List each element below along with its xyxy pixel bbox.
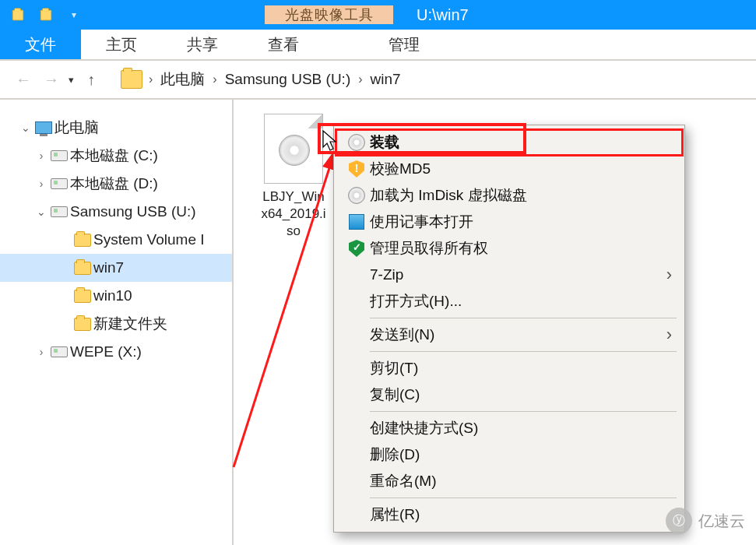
expand-icon[interactable]: › xyxy=(34,178,48,190)
menu-label: 校验MD5 xyxy=(370,159,672,179)
explorer-icon xyxy=(11,8,25,22)
shield-warning-icon xyxy=(349,160,364,178)
collapse-icon[interactable]: ⌄ xyxy=(34,206,48,218)
menu-label: 属性(R) xyxy=(370,505,672,525)
disc-icon xyxy=(348,134,365,151)
tree-label: System Volume I xyxy=(93,231,205,248)
menu-send-to[interactable]: 发送到(N) › xyxy=(336,322,683,348)
breadcrumb-sep[interactable]: › xyxy=(355,72,365,86)
folder-icon xyxy=(74,262,91,275)
expand-icon[interactable]: › xyxy=(34,149,48,162)
tree-label: Samsung USB (U:) xyxy=(70,203,196,220)
menu-label: 7-Zip xyxy=(370,266,659,283)
tree-this-pc[interactable]: ⌄ 此电脑 xyxy=(0,114,232,142)
menu-md5[interactable]: 校验MD5 xyxy=(336,156,683,182)
menu-rename[interactable]: 重命名(M) xyxy=(336,468,683,494)
tree-label: win7 xyxy=(93,259,124,276)
breadcrumb-this-pc[interactable]: 此电脑 xyxy=(156,69,209,90)
tree-folder-win7[interactable]: win7 xyxy=(0,254,232,282)
nav-up-button[interactable]: ↑ xyxy=(77,65,105,93)
folder-icon xyxy=(74,290,91,303)
tree-label: 新建文件夹 xyxy=(93,314,167,334)
menu-properties[interactable]: 属性(R) xyxy=(336,501,683,528)
menu-cut[interactable]: 剪切(T) xyxy=(336,355,683,382)
disk-icon xyxy=(51,346,68,357)
menu-copy[interactable]: 复制(C) xyxy=(336,382,683,408)
folder-icon xyxy=(74,318,91,331)
address-bar: ← → ▾ ↑ › 此电脑 › Samsung USB (U:) › win7 xyxy=(0,61,756,100)
menu-label: 剪切(T) xyxy=(370,358,672,378)
tree-folder-new[interactable]: 新建文件夹 xyxy=(0,310,232,338)
tab-share[interactable]: 共享 xyxy=(162,30,243,59)
menu-admin-ownership[interactable]: 管理员取得所有权 xyxy=(336,235,683,262)
tree-drive-x[interactable]: › WEPE (X:) xyxy=(0,338,232,366)
menu-label: 使用记事本打开 xyxy=(370,212,672,232)
address-folder-icon xyxy=(121,70,142,89)
menu-open-with[interactable]: 打开方式(H)... xyxy=(336,288,683,315)
disk-icon xyxy=(51,150,68,161)
menu-separator xyxy=(370,318,677,318)
menu-label: 管理员取得所有权 xyxy=(370,238,672,258)
menu-separator xyxy=(370,411,677,412)
submenu-arrow-icon: › xyxy=(659,265,672,285)
tab-file[interactable]: 文件 xyxy=(0,30,81,59)
disk-icon xyxy=(51,178,68,189)
menu-separator xyxy=(370,498,677,498)
menu-label: 发送到(N) xyxy=(370,325,659,345)
nav-back-button[interactable]: ← xyxy=(9,65,37,93)
context-menu: 装载 校验MD5 加载为 ImDisk 虚拟磁盘 使用记事本打开 管理员取得所有… xyxy=(333,125,685,533)
breadcrumb-drive[interactable]: Samsung USB (U:) xyxy=(220,71,356,88)
shield-check-icon xyxy=(349,240,364,257)
tree-folder-win10[interactable]: win10 xyxy=(0,282,232,310)
menu-label: 重命名(M) xyxy=(370,471,672,491)
menu-imdisk[interactable]: 加载为 ImDisk 虚拟磁盘 xyxy=(336,182,683,209)
context-tab-disc-image-tools: 光盘映像工具 xyxy=(265,5,393,24)
nav-forward-button[interactable]: → xyxy=(37,65,65,93)
menu-label: 加载为 ImDisk 虚拟磁盘 xyxy=(370,185,672,206)
menu-delete[interactable]: 删除(D) xyxy=(336,441,683,468)
tree-label: 本地磁盘 (C:) xyxy=(70,146,158,166)
watermark-logo-icon: ⓨ xyxy=(666,508,692,534)
submenu-arrow-icon: › xyxy=(659,325,672,345)
tree-label: 此电脑 xyxy=(55,118,99,138)
expand-icon[interactable]: › xyxy=(34,346,48,358)
menu-notepad[interactable]: 使用记事本打开 xyxy=(336,209,683,235)
tab-view[interactable]: 查看 xyxy=(243,30,324,59)
notepad-icon xyxy=(349,214,364,230)
tree-folder-svi[interactable]: System Volume I xyxy=(0,226,232,254)
menu-label: 创建快捷方式(S) xyxy=(370,418,672,438)
disk-icon xyxy=(51,206,68,217)
menu-label: 删除(D) xyxy=(370,445,672,465)
tree-label: win10 xyxy=(93,287,132,304)
quick-access-toolbar: ▾ xyxy=(0,8,92,22)
watermark: ⓨ 亿速云 xyxy=(666,508,745,534)
navigation-pane: ⌄ 此电脑 › 本地磁盘 (C:) › 本地磁盘 (D:) ⌄ Samsung … xyxy=(0,100,234,545)
breadcrumb-sep[interactable]: › xyxy=(209,72,220,86)
recent-locations-icon[interactable]: ▾ xyxy=(65,74,77,86)
title-bar: ▾ 光盘映像工具 U:\win7 xyxy=(0,0,756,30)
qat-dropdown-icon[interactable]: ▾ xyxy=(67,8,81,22)
ribbon-tabs: 文件 主页 共享 查看 管理 xyxy=(0,30,756,61)
window-title: U:\win7 xyxy=(393,6,469,24)
pc-icon xyxy=(35,121,52,134)
menu-label: 装载 xyxy=(370,132,672,153)
menu-mount[interactable]: 装载 xyxy=(336,129,683,156)
breadcrumb-sep[interactable]: › xyxy=(146,72,156,86)
iso-file-icon xyxy=(264,114,323,184)
folder-icon xyxy=(39,8,53,22)
collapse-icon[interactable]: ⌄ xyxy=(19,121,33,134)
tab-manage[interactable]: 管理 xyxy=(339,30,468,59)
disc-icon xyxy=(348,187,365,204)
folder-icon xyxy=(74,234,91,247)
tree-drive-d[interactable]: › 本地磁盘 (D:) xyxy=(0,170,232,198)
tree-drive-u[interactable]: ⌄ Samsung USB (U:) xyxy=(0,198,232,226)
file-name: LBJY_Win x64_2019.i so xyxy=(251,188,336,240)
menu-7zip[interactable]: 7-Zip › xyxy=(336,262,683,288)
breadcrumb-folder[interactable]: win7 xyxy=(366,71,406,88)
tree-drive-c[interactable]: › 本地磁盘 (C:) xyxy=(0,142,232,170)
file-iso[interactable]: LBJY_Win x64_2019.i so xyxy=(251,114,336,240)
menu-create-shortcut[interactable]: 创建快捷方式(S) xyxy=(336,415,683,441)
menu-label: 打开方式(H)... xyxy=(370,291,672,311)
tab-home[interactable]: 主页 xyxy=(81,30,162,59)
watermark-text: 亿速云 xyxy=(698,511,745,532)
